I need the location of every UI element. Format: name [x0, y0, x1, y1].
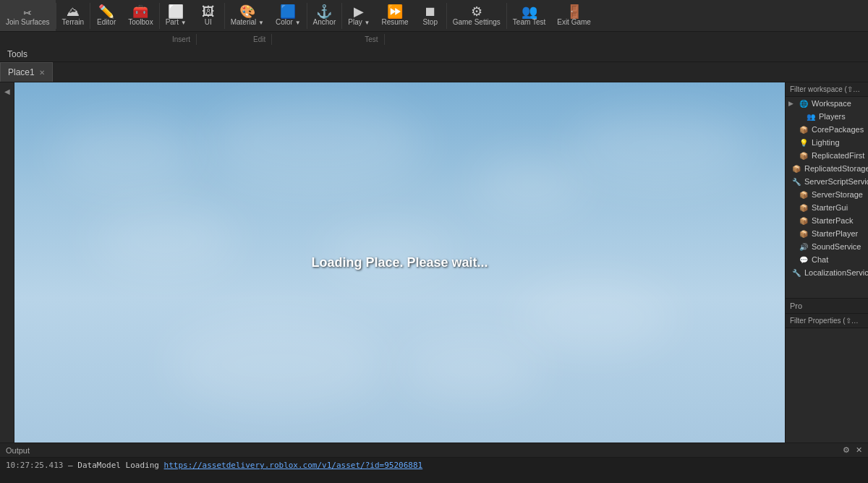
- explorer-item-players[interactable]: 👥 Players: [786, 110, 868, 123]
- editor-button[interactable]: ✏️ Editor: [90, 0, 122, 31]
- replicated-first-icon: 📦: [799, 150, 809, 161]
- explorer-item-starter-gui[interactable]: 📦 StarterGui: [786, 201, 868, 214]
- core-label: CorePackages: [812, 125, 864, 134]
- explorer-item-starter-player[interactable]: 📦 StarterPlayer: [786, 227, 868, 240]
- resume-icon: ⏩: [387, 5, 403, 18]
- join-surfaces-icon: ⟖: [24, 5, 32, 18]
- game-settings-button[interactable]: ⚙ Game Settings: [447, 0, 506, 31]
- explorer-item-workspace[interactable]: ▶ 🌐 Workspace: [786, 97, 868, 110]
- material-label: Material ▼: [231, 18, 264, 26]
- color-icon: 🟦: [280, 5, 296, 18]
- stop-button[interactable]: ⏹ Stop: [414, 0, 446, 31]
- part-icon: ⬜: [168, 5, 184, 18]
- anchor-button[interactable]: ⚓ Anchor: [307, 0, 342, 31]
- tab-close-button[interactable]: ✕: [39, 69, 45, 77]
- starter-player-icon: 📦: [799, 228, 809, 239]
- toolbox-button[interactable]: 🧰 Toolbox: [122, 0, 158, 31]
- part-button[interactable]: ⬜ Part ▼: [160, 0, 192, 31]
- locale-label: LocalizationService: [804, 268, 868, 277]
- properties-header: Pro: [786, 299, 868, 314]
- ui-button[interactable]: 🖼 UI: [192, 0, 224, 31]
- explorer-item-replicated-storage[interactable]: 📦 ReplicatedStorage: [786, 162, 868, 175]
- sound-label: SoundService: [812, 242, 861, 251]
- output-title: Output: [6, 446, 30, 455]
- exit-game-button[interactable]: 🚪 Exit Game: [551, 0, 597, 31]
- replicated-storage-label: ReplicatedStorage: [804, 164, 868, 173]
- expand-workspace: ▶: [788, 100, 796, 107]
- tab-bar: Place1 ✕: [0, 62, 868, 82]
- material-icon: 🎨: [239, 5, 255, 18]
- starter-player-label: StarterPlayer: [812, 229, 858, 238]
- right-panel: Filter workspace (⇧⌘X) ▶ 🌐 Workspace 👥 P…: [785, 82, 868, 443]
- starter-gui-label: StarterGui: [812, 203, 848, 212]
- team-test-icon: 👥: [522, 5, 537, 18]
- main-area: ◀ Loading Place. Please wait... Filter w…: [0, 82, 868, 443]
- anchor-icon: ⚓: [316, 5, 332, 18]
- replicated-first-label: ReplicatedFirst: [812, 151, 864, 160]
- output-close-icon[interactable]: ✕: [856, 445, 862, 455]
- part-label: Part ▼: [166, 18, 187, 26]
- filter-properties-label: Filter Properties (⇧⌘P): [790, 317, 864, 325]
- explorer-tree: ▶ 🌐 Workspace 👥 Players 📦 CorePackages: [786, 97, 868, 279]
- join-surfaces-button[interactable]: ⟖ Join Surfaces: [0, 0, 56, 31]
- explorer-item-starter-pack[interactable]: 📦 StarterPack: [786, 214, 868, 227]
- output-settings-icon[interactable]: ⚙: [843, 445, 850, 455]
- players-label: Players: [819, 112, 846, 121]
- exit-game-icon: 🚪: [566, 5, 582, 18]
- lighting-icon: 💡: [799, 137, 809, 148]
- play-button[interactable]: ▶ Play ▼: [342, 0, 375, 31]
- editor-icon: ✏️: [98, 5, 114, 18]
- team-test-button[interactable]: 👥 Team Test: [507, 0, 551, 31]
- chat-label: Chat: [812, 255, 828, 264]
- test-label: Test: [359, 34, 384, 45]
- play-label: Play ▼: [348, 18, 370, 26]
- explorer-panel: Filter workspace (⇧⌘X) ▶ 🌐 Workspace 👥 P…: [786, 82, 868, 298]
- tab-place1[interactable]: Place1 ✕: [0, 62, 53, 82]
- workspace-icon: 🌐: [799, 98, 809, 108]
- left-panel: ◀: [0, 82, 14, 443]
- tools-menu[interactable]: Tools: [0, 46, 35, 61]
- toolbar-labels: Insert Edit Test: [0, 32, 868, 46]
- explorer-item-lighting[interactable]: 💡 Lighting: [786, 136, 868, 149]
- toolbox-icon: 🧰: [132, 5, 148, 18]
- viewport[interactable]: Loading Place. Please wait...: [14, 82, 785, 443]
- starter-pack-label: StarterPack: [812, 216, 853, 225]
- starter-pack-icon: 📦: [799, 215, 809, 226]
- chat-icon: 💬: [799, 255, 809, 265]
- explorer-item-chat[interactable]: 💬 Chat: [786, 253, 868, 266]
- explorer-item-server-storage[interactable]: 📦 ServerStorage: [786, 188, 868, 201]
- color-button[interactable]: 🟦 Color ▼: [270, 0, 307, 31]
- left-panel-collapse[interactable]: ◀: [1, 85, 13, 97]
- terrain-button[interactable]: ⛰ Terrain: [56, 0, 90, 31]
- stop-icon: ⏹: [424, 5, 437, 18]
- insert-label: Insert: [166, 34, 197, 45]
- resume-button[interactable]: ⏩ Resume: [375, 0, 414, 31]
- tab-label: Place1: [8, 67, 35, 77]
- server-storage-label: ServerStorage: [812, 190, 863, 199]
- explorer-item-server-script[interactable]: 🔧 ServerScriptService: [786, 175, 868, 188]
- core-icon: 📦: [799, 124, 809, 134]
- filter-properties-header: Filter Properties (⇧⌘P): [786, 314, 868, 328]
- output-link[interactable]: https://assetdelivery.roblox.com/v1/asse…: [164, 461, 423, 470]
- locale-icon: 🔧: [791, 268, 801, 278]
- terrain-icon: ⛰: [67, 5, 80, 18]
- replicated-storage-icon: 📦: [791, 163, 801, 174]
- filter-workspace-label: Filter workspace (⇧⌘X): [790, 85, 864, 93]
- explorer-item-locale[interactable]: 🔧 LocalizationService: [786, 266, 868, 279]
- server-storage-icon: 📦: [799, 189, 809, 200]
- material-button[interactable]: 🎨 Material ▼: [225, 0, 270, 31]
- explorer-item-sound[interactable]: 🔊 SoundService: [786, 240, 868, 253]
- toolbar: ⟖ Join Surfaces ⛰ Terrain ✏️ Editor 🧰 To…: [0, 0, 868, 46]
- output-header: Output ⚙ ✕: [0, 443, 868, 458]
- explorer-header: Filter workspace (⇧⌘X): [786, 82, 868, 97]
- explorer-item-core[interactable]: 📦 CorePackages: [786, 123, 868, 136]
- play-icon: ▶: [354, 5, 364, 18]
- menubar: Tools: [0, 46, 868, 62]
- starter-gui-icon: 📦: [799, 202, 809, 213]
- output-line-1: 10:27:25.413 – DataModel Loading https:/…: [0, 458, 868, 473]
- loading-text: Loading Place. Please wait...: [311, 255, 488, 270]
- sound-icon: 🔊: [799, 241, 809, 252]
- ui-icon: 🖼: [202, 5, 215, 18]
- explorer-item-replicated-first[interactable]: 📦 ReplicatedFirst: [786, 149, 868, 162]
- workspace-label: Workspace: [812, 99, 851, 108]
